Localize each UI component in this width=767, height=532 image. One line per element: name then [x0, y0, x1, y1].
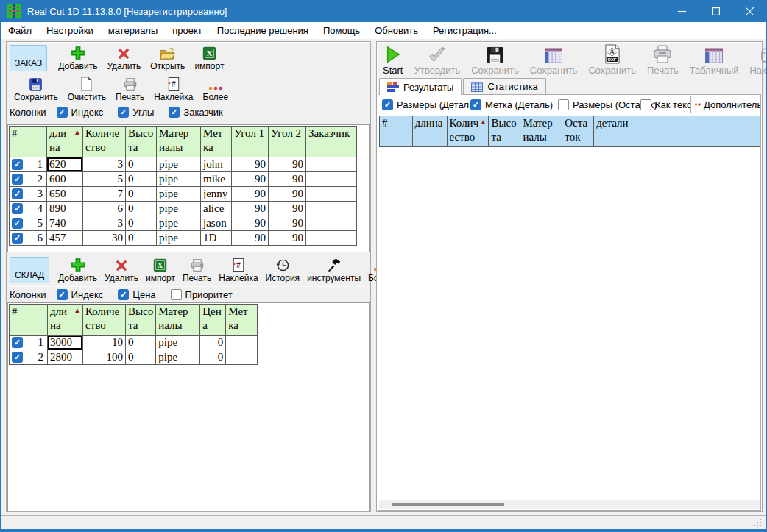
column-header-sorted[interactable]: дли на▲ — [47, 127, 83, 157]
table-cell[interactable]: 0 — [200, 336, 226, 350]
table-cell[interactable]: 90 — [269, 172, 306, 187]
row-header-cell[interactable]: 3 — [10, 187, 47, 202]
stock-history-button[interactable]: История — [266, 256, 300, 283]
menu-registration[interactable]: Регистрация... — [425, 22, 504, 40]
table-cell[interactable]: 90 — [232, 172, 269, 187]
table-cell[interactable]: pipe — [157, 172, 201, 187]
order-label-button[interactable]: # Наклейка — [154, 75, 193, 102]
table-cell[interactable]: 90 — [232, 231, 269, 246]
start-button[interactable]: Start — [383, 43, 403, 76]
label-detail-checkbox[interactable]: Метка (Деталь) — [470, 99, 558, 110]
table-cell[interactable]: 10 — [83, 336, 126, 350]
row-header-cell[interactable]: 2 — [10, 172, 47, 187]
row-checkbox[interactable] — [12, 233, 23, 244]
table-cell[interactable]: 90 — [269, 187, 306, 202]
table-cell[interactable]: 600 — [47, 172, 83, 187]
row-header-cell[interactable]: 5 — [10, 216, 47, 231]
row-header-cell[interactable]: 1 — [10, 157, 47, 172]
order-import-button[interactable]: X импорт — [194, 44, 224, 71]
table-cell[interactable]: mike — [201, 172, 232, 187]
table-cell[interactable]: 650 — [47, 187, 83, 202]
table-cell[interactable]: alice — [201, 202, 232, 216]
table-cell[interactable]: 90 — [269, 231, 306, 246]
stock-label-button[interactable]: # Наклейка — [219, 256, 258, 283]
order-add-button[interactable]: Добавить — [58, 44, 97, 71]
table-cell[interactable]: pipe — [157, 231, 201, 246]
table-cell[interactable]: 3 — [83, 157, 126, 172]
table-cell[interactable] — [306, 172, 357, 187]
table-cell[interactable]: 90 — [269, 202, 306, 216]
table-cell[interactable]: 90 — [232, 157, 269, 172]
table-cell[interactable]: 3 — [83, 216, 126, 231]
column-header[interactable]: Матер иалы — [520, 116, 562, 147]
table-cell[interactable]: 6 — [83, 202, 126, 216]
table-cell[interactable] — [306, 187, 357, 202]
menu-update[interactable]: Обновить — [367, 22, 425, 40]
order-more-button[interactable]: Более — [203, 75, 229, 102]
maximize-button[interactable] — [699, 0, 732, 22]
menu-file[interactable]: Файл — [1, 22, 39, 40]
table-cell[interactable]: 0 — [126, 231, 157, 246]
column-header[interactable]: Матер иалы — [157, 127, 201, 157]
table-cell[interactable] — [306, 202, 357, 216]
horizontal-scrollbar[interactable] — [379, 500, 760, 509]
menu-project[interactable]: проект — [165, 22, 210, 40]
column-header[interactable]: Высо та — [126, 127, 157, 157]
stock-tools-button[interactable]: инструменты — [307, 256, 361, 283]
row-header-cell[interactable]: 2 — [10, 350, 48, 365]
menu-recent-solutions[interactable]: Последние решения — [210, 22, 316, 40]
table-cell[interactable]: 0 — [126, 187, 157, 202]
print-result-button[interactable]: Печать — [647, 43, 679, 76]
table-cell[interactable]: 3000 — [48, 336, 83, 350]
table-cell[interactable]: 457 — [47, 231, 83, 246]
order-clear-button[interactable]: Очистить — [68, 75, 106, 102]
column-header-sorted[interactable]: дли на▲ — [48, 305, 83, 336]
column-header[interactable]: # — [10, 305, 48, 336]
table-cell[interactable]: jason — [201, 216, 232, 231]
table-cell[interactable] — [226, 336, 258, 350]
row-checkbox[interactable] — [12, 203, 23, 214]
table-cell[interactable]: pipe — [157, 157, 201, 172]
order-index-checkbox[interactable]: Индекс — [57, 107, 104, 118]
table-cell[interactable] — [306, 231, 357, 246]
menu-materials[interactable]: материалы — [101, 22, 166, 40]
column-header[interactable]: Высо та — [489, 116, 520, 147]
approve-button[interactable]: Утвердить — [414, 43, 460, 76]
table-cell[interactable]: 0 — [126, 336, 156, 350]
column-header[interactable]: Количе ство — [83, 305, 126, 336]
column-header[interactable]: # — [380, 116, 413, 147]
table-cell[interactable]: jenny — [201, 187, 232, 202]
order-tab-button[interactable]: ЗАКАЗ — [10, 45, 47, 71]
table-cell[interactable]: pipe — [157, 216, 201, 231]
column-header[interactable]: Заказчик — [306, 127, 357, 157]
table-cell[interactable]: 0 — [126, 157, 157, 172]
column-header-sorted[interactable]: Колич ество▲ — [447, 116, 489, 147]
table-cell[interactable]: 90 — [232, 187, 269, 202]
column-header[interactable]: # — [10, 127, 47, 157]
row-checkbox[interactable] — [12, 218, 23, 229]
table-cell[interactable]: pipe — [157, 202, 201, 216]
table-cell[interactable]: pipe — [157, 187, 201, 202]
menu-help[interactable]: Помощь — [316, 22, 367, 40]
table-cell[interactable]: 0 — [126, 202, 157, 216]
row-header-cell[interactable]: 1 — [10, 336, 48, 350]
table-cell[interactable]: 0 — [200, 350, 226, 365]
table-cell[interactable]: 90 — [269, 216, 306, 231]
column-header[interactable]: Оста ток — [562, 116, 594, 147]
close-button[interactable] — [732, 0, 766, 22]
order-save-button[interactable]: Сохранить — [14, 75, 58, 102]
scrollbar-thumb[interactable] — [392, 503, 504, 506]
row-header-cell[interactable]: 4 — [10, 202, 47, 216]
column-header[interactable]: Количе ство — [83, 127, 126, 157]
table-cell[interactable]: 1D — [201, 231, 232, 246]
stock-price-checkbox[interactable]: Цена — [118, 289, 155, 300]
table-cell[interactable]: pipe — [156, 350, 200, 365]
table-cell[interactable]: 0 — [126, 216, 157, 231]
order-customer-checkbox[interactable]: Заказчик — [169, 107, 222, 118]
table-cell[interactable]: 7 — [83, 187, 126, 202]
column-header[interactable]: Цен а — [200, 305, 226, 336]
row-checkbox[interactable] — [12, 352, 23, 363]
row-checkbox[interactable] — [12, 337, 23, 348]
order-print-button[interactable]: Печать — [116, 75, 144, 102]
column-header[interactable]: Угол 1 — [232, 127, 269, 157]
